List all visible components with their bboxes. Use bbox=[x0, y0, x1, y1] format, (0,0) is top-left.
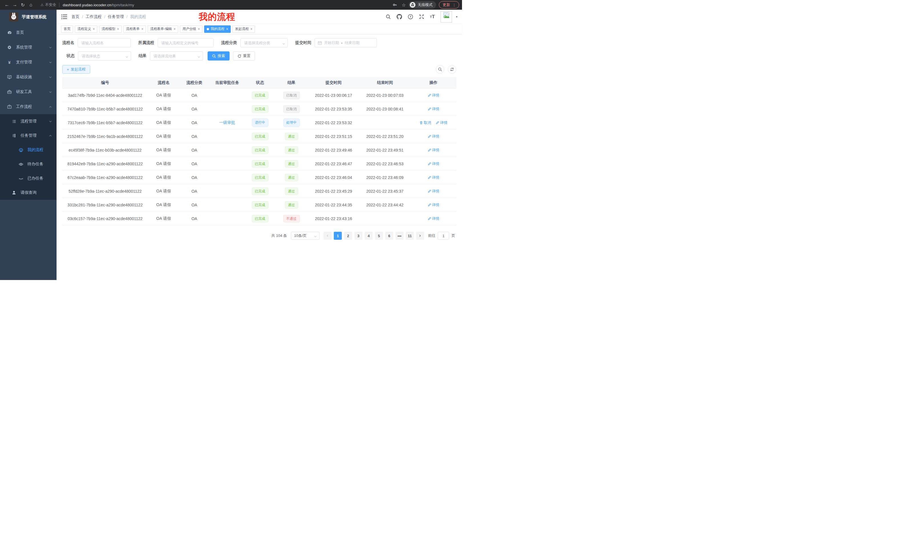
col-category: 流程分类 bbox=[179, 79, 209, 86]
page-size-select[interactable]: 10条/页 bbox=[291, 232, 320, 240]
refresh-table-icon[interactable] bbox=[448, 65, 456, 73]
sidebar-item-infra[interactable]: 基础设施 bbox=[0, 70, 57, 84]
detail-button[interactable]: 详情 bbox=[428, 93, 440, 98]
goto-page-input[interactable] bbox=[438, 232, 449, 240]
close-icon[interactable]: × bbox=[174, 27, 176, 31]
browser-home-icon[interactable]: ⌂ bbox=[27, 1, 35, 9]
page-number[interactable]: 3 bbox=[354, 232, 362, 240]
cell-category: OA bbox=[179, 93, 209, 98]
search-button[interactable]: 搜索 bbox=[208, 51, 230, 60]
tab-home[interactable]: 首页 bbox=[61, 25, 73, 33]
page-number[interactable]: 1 bbox=[334, 232, 342, 240]
avatar[interactable] bbox=[441, 11, 452, 22]
font-size-icon[interactable]: TT bbox=[430, 14, 435, 20]
app-logo-row[interactable]: 芋道管理系统 bbox=[0, 10, 57, 24]
detail-button[interactable]: 详情 bbox=[428, 189, 440, 194]
cell-task bbox=[209, 95, 245, 96]
search-icon[interactable] bbox=[386, 14, 391, 19]
tab-start-process[interactable]: 发起流程× bbox=[232, 25, 255, 33]
reset-button[interactable]: 重置 bbox=[233, 51, 255, 60]
detail-button[interactable]: 详情 bbox=[428, 134, 440, 139]
page-number[interactable]: 4 bbox=[364, 232, 373, 240]
parent-process-input[interactable] bbox=[158, 38, 214, 47]
detail-button[interactable]: 详情 bbox=[436, 120, 447, 125]
breadcrumb: 首页 / 工作流程 / 任务管理 / 我的流程 bbox=[71, 14, 146, 19]
sidebar-item-workflow[interactable]: 工作流程 bbox=[0, 99, 57, 114]
next-page-icon[interactable] bbox=[416, 232, 424, 240]
sidebar-item-system[interactable]: 系统管理 bbox=[0, 40, 57, 55]
close-icon[interactable]: × bbox=[198, 27, 200, 31]
result-select[interactable] bbox=[150, 51, 203, 60]
tab-user-group[interactable]: 用户分组× bbox=[180, 25, 202, 33]
detail-button[interactable]: 详情 bbox=[428, 161, 440, 166]
close-icon[interactable]: × bbox=[141, 27, 143, 31]
trash-icon bbox=[420, 121, 423, 124]
tab-process-definition[interactable]: 流程定义× bbox=[75, 25, 98, 33]
page-ellipsis[interactable]: ••• bbox=[396, 232, 404, 240]
table-row: ec45f38f-7b9a-11ec-b03b-acde48001122 OA … bbox=[62, 143, 456, 157]
page-url[interactable]: dashboard.yudao.iocoder.cn/bpm/task/my bbox=[63, 3, 134, 7]
sidebar-item-done-tasks[interactable]: 已办任务 bbox=[0, 171, 57, 186]
breadcrumb-home[interactable]: 首页 bbox=[71, 14, 80, 19]
toggle-search-icon[interactable] bbox=[436, 65, 444, 73]
cell-task-link[interactable]: 一级审批 bbox=[209, 120, 245, 126]
fullscreen-icon[interactable] bbox=[419, 14, 424, 19]
password-key-icon[interactable] bbox=[391, 1, 399, 9]
detail-button[interactable]: 详情 bbox=[428, 148, 440, 153]
prev-page-icon[interactable] bbox=[324, 232, 332, 240]
page-title-annotation: 我的流程 bbox=[199, 11, 235, 23]
sidebar-item-home[interactable]: 首页 bbox=[0, 25, 57, 40]
result-badge: 已取消 bbox=[283, 91, 300, 99]
browser-forward-icon[interactable]: → bbox=[11, 1, 19, 9]
col-result: 结果 bbox=[275, 79, 308, 86]
goto-label: 前往 bbox=[428, 233, 435, 238]
browser-back-icon[interactable]: ← bbox=[3, 1, 11, 9]
detail-button[interactable]: 详情 bbox=[428, 202, 440, 208]
sidebar-item-devtools[interactable]: 研发工具 bbox=[0, 84, 57, 99]
cell-name: OA 请假 bbox=[148, 120, 179, 126]
github-icon[interactable] bbox=[397, 14, 402, 19]
sidebar-item-process-mgmt[interactable]: 流程管理 bbox=[0, 114, 57, 129]
status-select[interactable] bbox=[78, 51, 131, 60]
detail-button[interactable]: 详情 bbox=[428, 106, 440, 112]
tab-my-process[interactable]: 我的流程× bbox=[204, 25, 231, 33]
cell-name: OA 请假 bbox=[148, 92, 179, 99]
address-bar[interactable]: ⚠ 不安全 dashboard.yudao.iocoder.cn/bpm/tas… bbox=[37, 1, 387, 9]
sidebar-item-todo-tasks[interactable]: 待办任务 bbox=[0, 157, 57, 171]
cancel-button[interactable]: 取消 bbox=[420, 120, 431, 125]
page-number[interactable]: 6 bbox=[385, 232, 393, 240]
result-badge: 通过 bbox=[285, 201, 298, 209]
sidebar-item-my-process[interactable]: 我的流程 bbox=[0, 143, 57, 157]
start-date-placeholder[interactable]: 开始日期 bbox=[324, 40, 339, 45]
detail-button[interactable]: 详情 bbox=[428, 216, 440, 221]
help-icon[interactable]: ? bbox=[408, 14, 413, 19]
submit-time-range-picker[interactable]: 开始日期 - 结束日期 bbox=[315, 38, 377, 47]
page-number[interactable]: 11 bbox=[406, 232, 414, 240]
breadcrumb-workflow[interactable]: 工作流程 bbox=[86, 14, 102, 19]
cell-end-time bbox=[359, 122, 411, 123]
detail-button[interactable]: 详情 bbox=[428, 175, 440, 180]
page-number[interactable]: 5 bbox=[375, 232, 383, 240]
sidebar-item-pay[interactable]: ¥ 支付管理 bbox=[0, 55, 57, 70]
bookmark-star-icon[interactable]: ☆ bbox=[402, 2, 406, 8]
end-date-placeholder[interactable]: 结束日期 bbox=[345, 40, 360, 45]
breadcrumb-task-mgmt[interactable]: 任务管理 bbox=[108, 14, 124, 19]
create-process-button[interactable]: + 发起流程 bbox=[62, 65, 90, 73]
close-icon[interactable]: × bbox=[250, 27, 252, 31]
browser-update-button[interactable]: 更新 ⋮ bbox=[439, 1, 459, 9]
tab-process-form[interactable]: 流程表单× bbox=[123, 25, 146, 33]
sidebar-item-leave-query[interactable]: 请假查询 bbox=[0, 186, 57, 200]
category-select[interactable] bbox=[240, 38, 288, 47]
browser-reload-icon[interactable]: ↻ bbox=[19, 1, 27, 9]
close-icon[interactable]: × bbox=[226, 27, 228, 31]
process-name-input[interactable] bbox=[78, 38, 131, 47]
tab-process-model[interactable]: 流程模型× bbox=[99, 25, 122, 33]
close-icon[interactable]: × bbox=[93, 27, 95, 31]
close-icon[interactable]: × bbox=[117, 27, 119, 31]
browser-menu-icon[interactable]: ⋮ bbox=[452, 3, 456, 7]
tab-process-form-edit[interactable]: 流程表单-编辑× bbox=[148, 25, 178, 33]
page-number[interactable]: 2 bbox=[344, 232, 352, 240]
avatar-caret-icon[interactable]: ▾ bbox=[456, 15, 458, 18]
sidebar-item-task-mgmt[interactable]: 任务管理 bbox=[0, 129, 57, 143]
sidebar-collapse-icon[interactable] bbox=[61, 14, 68, 20]
